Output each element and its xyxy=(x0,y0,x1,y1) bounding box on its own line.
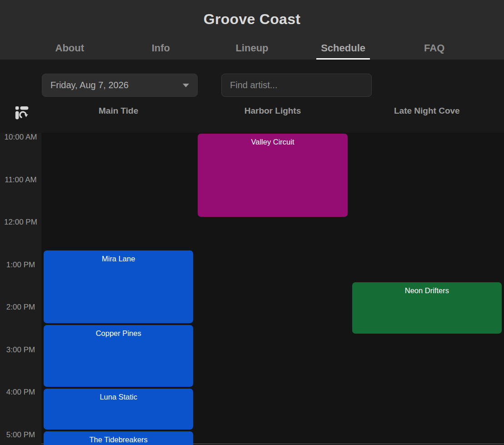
pivot-orientation-button[interactable] xyxy=(13,104,31,122)
event-valley-circuit[interactable]: Valley Circuit xyxy=(198,134,347,217)
nav-tabs: AboutInfoLineupScheduleFAQ xyxy=(24,42,480,60)
tab-lineup[interactable]: Lineup xyxy=(206,42,298,60)
event-title: Neon Drifters xyxy=(352,286,502,295)
time-label: 5:00 PM xyxy=(0,430,41,440)
event-the-tidebreakers[interactable]: The Tidebreakers xyxy=(44,431,193,445)
stage-header-harbor-lights: Harbor Lights xyxy=(195,105,349,117)
time-label: 2:00 PM xyxy=(0,303,41,312)
day-select-value: Friday, Aug 7, 2026 xyxy=(50,80,179,90)
time-label: 1:00 PM xyxy=(0,260,41,270)
tab-faq[interactable]: FAQ xyxy=(389,42,480,60)
tab-label: About xyxy=(51,42,89,60)
artist-search-input[interactable] xyxy=(221,74,372,97)
event-copper-pines[interactable]: Copper Pines xyxy=(44,325,193,387)
chevron-down-icon xyxy=(183,84,189,87)
app-title: Groove Coast xyxy=(0,0,504,28)
stage-header-row: Main TideHarbor LightsLate Night Cove xyxy=(41,105,504,117)
time-label: 12:00 PM xyxy=(0,218,41,227)
day-select[interactable]: Friday, Aug 7, 2026 xyxy=(42,74,198,97)
tab-label: Info xyxy=(147,42,175,60)
stage-header-main-tide: Main Tide xyxy=(41,105,195,117)
event-title: Valley Circuit xyxy=(198,138,347,146)
time-gutter: 10:00 AM11:00 AM12:00 PM1:00 PM2:00 PM3:… xyxy=(0,133,41,445)
stage-header-late-night-cove: Late Night Cove xyxy=(350,105,504,117)
schedule-grid: Valley CircuitMira LaneNeon DriftersCopp… xyxy=(41,133,504,445)
event-title: Mira Lane xyxy=(44,255,193,263)
event-title: Luna Static xyxy=(44,393,193,401)
event-neon-drifters[interactable]: Neon Drifters xyxy=(352,282,502,334)
tab-label: Lineup xyxy=(231,42,273,60)
event-mira-lane[interactable]: Mira Lane xyxy=(44,250,193,323)
event-title: The Tidebreakers xyxy=(44,435,193,444)
event-title: Copper Pines xyxy=(44,329,193,338)
app-header: Groove Coast AboutInfoLineupScheduleFAQ xyxy=(0,0,504,60)
time-label: 11:00 AM xyxy=(0,175,41,185)
festival-schedule-app: Groove Coast AboutInfoLineupScheduleFAQ … xyxy=(0,0,504,445)
tab-label: FAQ xyxy=(419,42,449,60)
tab-label: Schedule xyxy=(316,42,370,60)
time-label: 10:00 AM xyxy=(0,133,41,142)
pivot-orientation-icon xyxy=(14,105,30,121)
tab-schedule[interactable]: Schedule xyxy=(298,42,389,60)
time-label: 3:00 PM xyxy=(0,345,41,355)
time-label: 4:00 PM xyxy=(0,388,41,397)
tab-about[interactable]: About xyxy=(24,42,115,60)
tab-info[interactable]: Info xyxy=(115,42,207,60)
event-luna-static[interactable]: Luna Static xyxy=(44,389,193,430)
